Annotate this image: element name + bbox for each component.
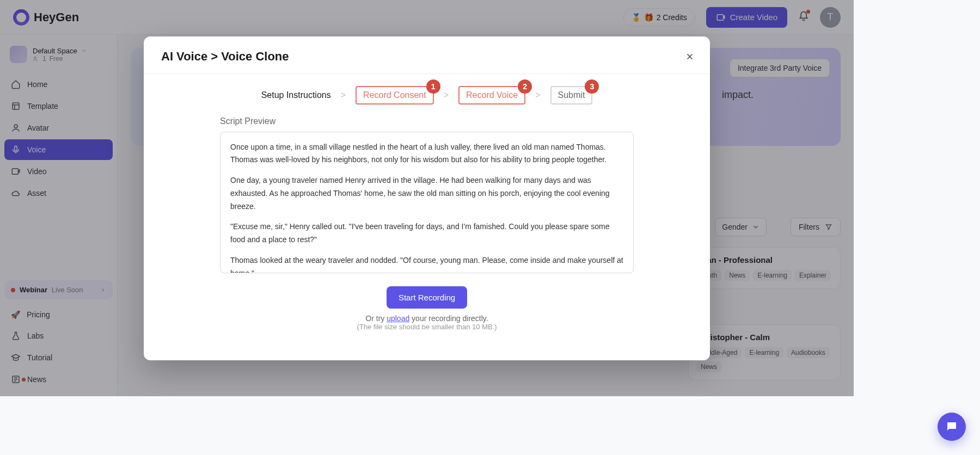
stepper: Setup Instructions > Record Consent 1 > … [144, 74, 710, 116]
script-paragraph: Thomas looked at the weary traveler and … [230, 254, 623, 273]
modal-title: AI Voice > Voice Clone [161, 50, 693, 64]
step-badge: 3 [585, 79, 599, 94]
step-record-consent[interactable]: Record Consent 1 [356, 86, 434, 104]
step-setup: Setup Instructions [261, 90, 331, 100]
step-submit[interactable]: Submit 3 [550, 86, 593, 104]
close-icon [685, 52, 695, 62]
voice-clone-modal: AI Voice > Voice Clone Setup Instruction… [144, 36, 710, 360]
script-paragraph: Once upon a time, in a small village nes… [230, 141, 623, 167]
script-paragraph: One day, a young traveler named Henry ar… [230, 174, 623, 213]
upload-hint: Or try upload your recording directly. [220, 314, 634, 323]
step-sep: > [535, 90, 540, 100]
script-preview-box[interactable]: Once upon a time, in a small village nes… [220, 132, 634, 273]
close-button[interactable] [682, 48, 698, 65]
step-sep: > [341, 90, 346, 100]
script-preview-heading: Script Preview [220, 116, 634, 126]
step-badge: 1 [426, 79, 440, 94]
upload-link[interactable]: upload [387, 314, 409, 323]
upload-note: (The file size should be smaller than 10… [220, 323, 634, 345]
start-recording-button[interactable]: Start Recording [387, 286, 467, 309]
step-badge: 2 [518, 79, 532, 94]
modal-overlay[interactable]: AI Voice > Voice Clone Setup Instruction… [0, 0, 854, 396]
step-sep: > [444, 90, 449, 100]
script-paragraph: "Excuse me, sir," Henry called out. "I'v… [230, 220, 623, 247]
step-record-voice[interactable]: Record Voice 2 [458, 86, 525, 104]
